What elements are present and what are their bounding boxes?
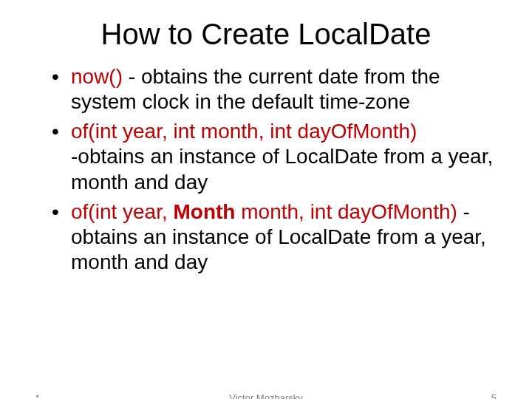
slide-title: How to Create LocalDate xyxy=(30,18,502,51)
method-signature: now() xyxy=(71,65,123,88)
footer-author: Victor Mozharsky xyxy=(0,392,532,399)
method-signature-part: of(int year, xyxy=(71,200,174,223)
bullet-item: now() - obtains the current date from th… xyxy=(52,64,495,115)
separator: - xyxy=(123,65,141,88)
method-description: obtains an instance of LocalDate from a … xyxy=(71,145,493,193)
separator: - xyxy=(457,200,470,223)
slide-body: now() - obtains the current date from th… xyxy=(52,64,495,275)
bullet-item: of(int year, int month, int dayOfMonth)-… xyxy=(52,119,495,194)
method-description: obtains an instance of LocalDate from a … xyxy=(71,225,486,273)
separator: - xyxy=(71,145,78,168)
method-signature-bold: Month xyxy=(174,200,236,223)
bullet-list: now() - obtains the current date from th… xyxy=(52,64,495,275)
bullet-item: of(int year, Month month, int dayOfMonth… xyxy=(52,200,495,275)
method-signature-part: month, int dayOfMonth) xyxy=(235,200,457,223)
slide: How to Create LocalDate now() - obtains … xyxy=(0,18,532,399)
footer-page-number: 5 xyxy=(491,392,497,399)
method-signature: of(int year, int month, int dayOfMonth) xyxy=(71,120,417,143)
